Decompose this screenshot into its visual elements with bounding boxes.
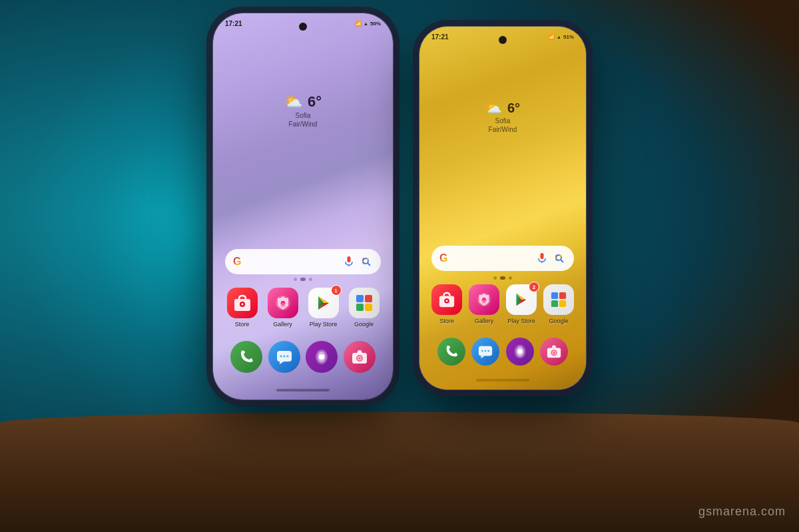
lens-icon-right[interactable] bbox=[553, 252, 566, 265]
svg-rect-9 bbox=[241, 304, 243, 306]
wifi-icon-right: 📶 bbox=[548, 34, 555, 40]
svg-point-5 bbox=[363, 262, 365, 264]
gallery-icon-right bbox=[469, 284, 499, 315]
weather-city-right: Sofia bbox=[485, 117, 520, 125]
dock-messages-left[interactable] bbox=[268, 341, 300, 373]
screen-right: 17:21 📶 ▲ 51% ⛅ 6° Sofia Fair/Wind G bbox=[419, 27, 586, 390]
time-left: 17:21 bbox=[225, 20, 242, 27]
playstore-label-left: Play Store bbox=[310, 321, 338, 328]
weather-icon-right: ⛅ bbox=[485, 100, 502, 116]
svg-rect-12 bbox=[356, 295, 364, 302]
phone-right: 17:21 📶 ▲ 51% ⛅ 6° Sofia Fair/Wind G bbox=[419, 27, 586, 390]
svg-point-53 bbox=[553, 352, 555, 354]
svg-rect-41 bbox=[551, 300, 558, 307]
app-playstore-left[interactable]: 1 bbox=[306, 288, 340, 328]
phones-container: 17:21 📶 ▲ 50% ⛅ 6° Sofia Fair/Wind G bbox=[213, 13, 586, 399]
playstore-badge-right: 2 bbox=[529, 282, 539, 292]
weather-temp-right: 6° bbox=[507, 101, 520, 116]
svg-point-31 bbox=[560, 255, 562, 257]
lens-icon-left[interactable] bbox=[360, 255, 373, 268]
svg-point-23 bbox=[319, 354, 324, 360]
svg-marker-17 bbox=[280, 362, 284, 364]
gallery-icon-left bbox=[268, 288, 298, 318]
dock-phone-right[interactable] bbox=[437, 338, 465, 366]
status-icons-left: 📶 ▲ 50% bbox=[355, 21, 381, 27]
bg-table bbox=[0, 412, 799, 532]
svg-line-6 bbox=[368, 263, 370, 266]
mic-icon-right[interactable] bbox=[535, 252, 549, 265]
dock-samsung-left[interactable] bbox=[306, 341, 338, 373]
signal-icon-right: ▲ bbox=[557, 35, 561, 39]
svg-point-46 bbox=[485, 350, 487, 352]
weather-city-left: Sofia bbox=[284, 112, 322, 119]
gallery-label-left: Gallery bbox=[273, 321, 292, 328]
svg-rect-39 bbox=[551, 292, 558, 299]
svg-rect-14 bbox=[356, 304, 364, 311]
page-dots-left bbox=[294, 278, 312, 281]
svg-point-50 bbox=[517, 349, 522, 354]
time-right: 17:21 bbox=[431, 33, 449, 41]
dock-left bbox=[228, 341, 378, 373]
search-bar-left[interactable]: G bbox=[225, 249, 381, 274]
playstore-label-right: Play Store bbox=[507, 318, 535, 324]
svg-point-3 bbox=[363, 258, 365, 260]
front-camera-right bbox=[499, 36, 507, 44]
svg-rect-15 bbox=[365, 304, 372, 311]
wifi-icon: 📶 bbox=[355, 21, 362, 27]
dot-2-active bbox=[300, 278, 306, 281]
google-label-left: Google bbox=[354, 321, 374, 328]
svg-point-45 bbox=[481, 350, 483, 352]
google-icon-right bbox=[543, 284, 574, 315]
app-gallery-right[interactable]: Gallery bbox=[469, 284, 499, 324]
app-grid-right: Store Gallery bbox=[431, 284, 574, 324]
weather-condition-left: Fair/Wind bbox=[284, 121, 322, 128]
battery-right: 51% bbox=[563, 34, 574, 40]
app-grid-left: Store Gallery bbox=[225, 288, 381, 328]
app-store-right[interactable]: Store bbox=[431, 284, 462, 324]
screen-left: 17:21 📶 ▲ 50% ⛅ 6° Sofia Fair/Wind G bbox=[213, 13, 393, 399]
dock-samsung-right[interactable] bbox=[506, 338, 534, 366]
app-playstore-right[interactable]: 2 Play Store bbox=[506, 284, 537, 324]
store-label-left: Store bbox=[235, 321, 250, 328]
app-gallery-left[interactable]: Gallery bbox=[266, 288, 300, 328]
dock-right bbox=[434, 338, 571, 366]
google-icon-left bbox=[349, 288, 380, 318]
svg-point-18 bbox=[280, 356, 282, 358]
search-bar-right[interactable]: G bbox=[431, 246, 574, 271]
svg-point-4 bbox=[367, 258, 369, 260]
weather-widget-right: ⛅ 6° Sofia Fair/Wind bbox=[485, 100, 520, 133]
svg-point-32 bbox=[556, 259, 558, 261]
google-g-left: G bbox=[233, 256, 241, 268]
playstore-badge-left: 1 bbox=[331, 285, 342, 296]
svg-rect-27 bbox=[541, 253, 544, 259]
weather-icon-left: ⛅ bbox=[284, 93, 302, 111]
dock-camera-right[interactable] bbox=[540, 338, 568, 366]
page-dots-right bbox=[493, 276, 512, 280]
dot-1 bbox=[294, 278, 297, 281]
front-camera-left bbox=[299, 23, 307, 31]
gallery-label-right: Gallery bbox=[475, 318, 494, 324]
dock-messages-right[interactable] bbox=[471, 338, 499, 366]
svg-marker-44 bbox=[481, 356, 485, 358]
svg-rect-40 bbox=[559, 292, 566, 299]
store-label-right: Store bbox=[439, 318, 454, 324]
rdot-3 bbox=[509, 276, 512, 280]
mic-icon-left[interactable] bbox=[342, 255, 356, 268]
dock-phone-left[interactable] bbox=[230, 341, 262, 373]
home-indicator-left bbox=[276, 389, 330, 392]
app-google-right[interactable]: Google bbox=[543, 284, 574, 324]
weather-widget-left: ⛅ 6° Sofia Fair/Wind bbox=[284, 93, 322, 128]
weather-condition-right: Fair/Wind bbox=[485, 126, 520, 133]
weather-temp-left: 6° bbox=[308, 93, 322, 111]
svg-point-19 bbox=[283, 356, 285, 358]
store-icon-left bbox=[227, 288, 258, 318]
battery-left: 50% bbox=[370, 21, 381, 27]
dock-camera-left[interactable] bbox=[344, 341, 376, 373]
app-google-left[interactable]: Google bbox=[347, 288, 381, 328]
playstore-icon-left: 1 bbox=[308, 288, 339, 318]
app-store-left[interactable]: Store bbox=[225, 288, 259, 328]
svg-rect-36 bbox=[446, 300, 448, 302]
rdot-2-active bbox=[500, 276, 505, 280]
svg-line-33 bbox=[561, 260, 563, 262]
watermark: gsmarena.com bbox=[698, 505, 786, 519]
